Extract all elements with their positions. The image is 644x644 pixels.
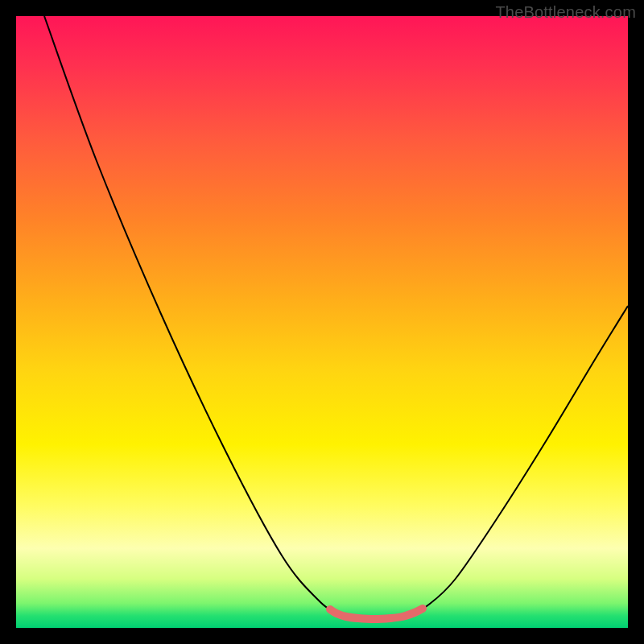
plot-area: [16, 16, 628, 628]
bottleneck-curve: [44, 16, 628, 619]
watermark-text: TheBottleneck.com: [495, 3, 636, 22]
curve-layer: [16, 16, 628, 628]
trough-marker: [330, 609, 423, 619]
chart-container: TheBottleneck.com: [0, 0, 644, 644]
